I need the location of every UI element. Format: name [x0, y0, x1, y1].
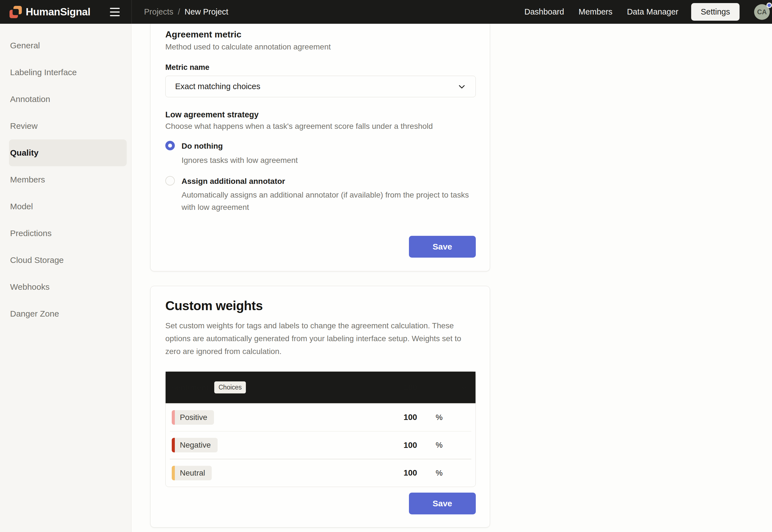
brand-name: HumanSignal — [26, 6, 90, 18]
metric-name-label: Metric name — [165, 63, 476, 72]
label-chip-negative: Negative — [172, 438, 218, 452]
custom-weights-card: Custom weights Set custom weights for ta… — [150, 286, 490, 528]
collapse-chevron-icon[interactable] — [460, 383, 468, 392]
sidebar-item-predictions[interactable]: Predictions — [0, 220, 127, 247]
menu-hamburger-icon[interactable] — [109, 6, 120, 18]
label-name: Neutral — [175, 466, 212, 480]
radio-assign-annotator-description: Automatically assigns an additional anno… — [181, 189, 472, 213]
label-name: Negative — [175, 438, 218, 452]
custom-weights-title: Custom weights — [165, 298, 476, 313]
sidebar-item-members[interactable]: Members — [0, 166, 127, 193]
sidebar-item-danger-zone[interactable]: Danger Zone — [0, 300, 127, 327]
sidebar-item-model[interactable]: Model — [0, 193, 127, 220]
group-weight-unit: % — [426, 383, 453, 392]
header-nav: Dashboard Members Data Manager Settings … — [524, 3, 772, 21]
custom-weights-description: Set custom weights for tags and labels t… — [165, 319, 465, 358]
positive-weight-unit: % — [426, 413, 453, 422]
top-header: HumanSignal Projects / New Project Dashb… — [0, 0, 772, 24]
weights-group-row-sentiment[interactable]: sentiment Choices 100 % — [165, 372, 475, 403]
label-chip-neutral: Neutral — [172, 466, 212, 480]
weight-row-neutral: Neutral 100 % — [165, 459, 475, 487]
breadcrumb-separator: / — [178, 7, 180, 16]
agreement-save-button[interactable]: Save — [409, 236, 476, 258]
sidebar-item-review[interactable]: Review — [0, 113, 127, 139]
humansignal-logo-icon — [9, 5, 22, 19]
sidebar-item-general[interactable]: General — [0, 32, 127, 59]
positive-color-bar — [172, 410, 175, 425]
radio-assign-annotator-label: Assign additional annotator — [181, 177, 285, 186]
nav-members[interactable]: Members — [579, 7, 613, 16]
metric-name-select[interactable]: Exact matching choices — [165, 76, 476, 97]
user-avatar[interactable]: CA — [754, 4, 770, 20]
radio-option-assign-annotator[interactable]: Assign additional annotator — [165, 177, 476, 186]
agreement-metric-card: Agreement metric Method used to calculat… — [150, 24, 490, 271]
positive-weight-value[interactable]: 100 — [395, 413, 426, 422]
agreement-save-row: Save — [165, 236, 476, 258]
weights-table: sentiment Choices 100 % — [165, 371, 476, 487]
breadcrumb: Projects / New Project — [144, 7, 228, 16]
neutral-weight-value[interactable]: 100 — [395, 468, 426, 478]
brand-logo[interactable]: HumanSignal — [9, 5, 90, 19]
neutral-color-bar — [172, 466, 175, 480]
settings-sidebar: General Labeling Interface Annotation Re… — [0, 24, 131, 532]
main-content: Agreement metric Method used to calculat… — [131, 24, 772, 532]
agreement-metric-title: Agreement metric — [165, 29, 476, 40]
sidebar-item-labeling-interface[interactable]: Labeling Interface — [0, 59, 127, 86]
group-type-chip: Choices — [214, 381, 246, 393]
negative-weight-unit: % — [426, 441, 453, 450]
weight-row-negative: Negative 100 % — [165, 431, 475, 459]
breadcrumb-projects-link[interactable]: Projects — [144, 7, 173, 16]
notification-dot — [766, 3, 772, 8]
neutral-weight-unit: % — [426, 469, 453, 478]
weight-row-positive: Positive 100 % — [165, 404, 475, 431]
nav-dashboard[interactable]: Dashboard — [524, 7, 564, 16]
sidebar-item-annotation[interactable]: Annotation — [0, 86, 127, 113]
nav-data-manager[interactable]: Data Manager — [627, 7, 678, 16]
group-name: sentiment — [172, 383, 209, 392]
radio-do-nothing-label: Do nothing — [181, 141, 223, 151]
sidebar-item-quality[interactable]: Quality — [9, 139, 127, 166]
negative-weight-value[interactable]: 100 — [395, 441, 426, 450]
radio-do-nothing-description: Ignores tasks with low agreement — [181, 154, 472, 167]
group-weight-value[interactable]: 100 — [395, 383, 426, 392]
weights-save-button[interactable]: Save — [409, 493, 476, 514]
label-chip-positive: Positive — [172, 410, 214, 425]
agreement-metric-subtitle: Method used to calculate annotation agre… — [165, 42, 476, 51]
page-shell: General Labeling Interface Annotation Re… — [0, 24, 772, 532]
breadcrumb-current-project: New Project — [184, 7, 228, 16]
label-name: Positive — [175, 410, 214, 425]
weights-save-row: Save — [165, 493, 476, 514]
chevron-down-icon — [458, 82, 466, 91]
header-left: HumanSignal — [0, 0, 132, 24]
sidebar-item-cloud-storage[interactable]: Cloud Storage — [0, 247, 127, 274]
strategy-subtitle: Choose what happens when a task's agreem… — [165, 122, 476, 131]
radio-option-do-nothing[interactable]: Do nothing — [165, 141, 476, 151]
sidebar-item-webhooks[interactable]: Webhooks — [0, 274, 127, 300]
radio-unselected-icon[interactable] — [165, 176, 175, 186]
radio-selected-icon[interactable] — [165, 141, 175, 150]
nav-settings-active[interactable]: Settings — [691, 3, 740, 21]
strategy-title: Low agreement strategy — [165, 110, 476, 119]
negative-color-bar — [172, 438, 175, 452]
metric-name-value: Exact matching choices — [175, 82, 261, 91]
